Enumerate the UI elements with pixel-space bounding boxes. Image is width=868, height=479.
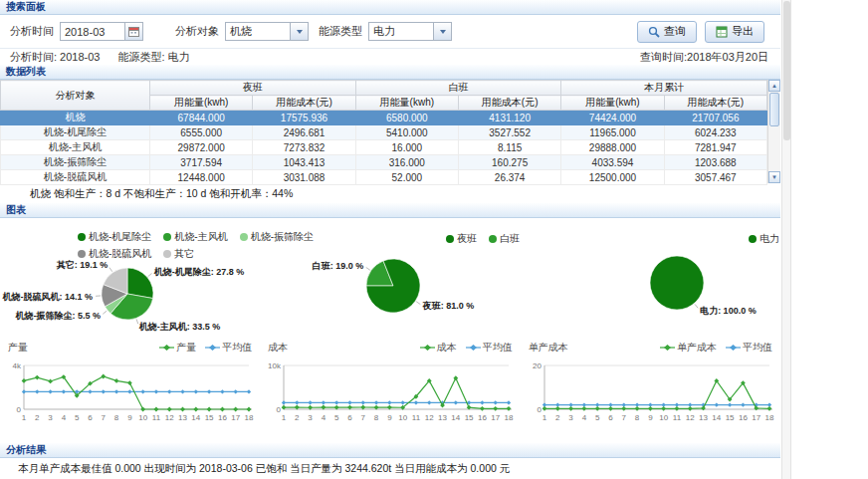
chart-text: 3 — [309, 413, 314, 422]
saturation-note: 机烧 饱和生产：8 d 不饱和生产：10 d 饱和开机率：44% — [0, 183, 780, 203]
export-button-label: 导出 — [732, 24, 754, 39]
series-marker — [494, 406, 499, 411]
average-marker — [374, 400, 378, 404]
chart-text: 15 — [465, 413, 474, 422]
combo-trigger[interactable] — [433, 23, 451, 40]
average-marker — [507, 400, 511, 404]
pie-chart-1: 机烧-机尾除尘: 27.8 %机烧-主风机: 33.5 %机烧-振筛除尘: 5.… — [0, 246, 261, 338]
cell-value: 17575.936 — [253, 111, 355, 125]
chart-text: 9 — [648, 413, 653, 422]
cell-value: 26.374 — [458, 170, 560, 185]
cell-object-name: 机烧-振筛除尘 — [1, 155, 150, 170]
legend-item[interactable]: 机烧-机尾除尘 — [78, 230, 151, 244]
combo-trigger[interactable] — [290, 23, 308, 40]
charts-panel-title: 图表 — [6, 204, 26, 215]
table-scrollbar-thumb[interactable] — [769, 93, 779, 126]
series-marker — [127, 380, 132, 385]
column-header-energy[interactable]: 用能量(kwh) — [561, 96, 664, 111]
toolbar-buttons: 查询 导出 — [637, 21, 770, 43]
chart-text: 3 — [568, 413, 573, 422]
column-header-object[interactable]: 分析对象 — [1, 81, 150, 111]
pie-chart-3: 电力: 100.0 % — [549, 246, 780, 338]
legend-marker-icon — [420, 344, 435, 352]
series-marker — [594, 406, 599, 411]
pie-slice-label: 夜班: 81.0 % — [422, 301, 475, 311]
chart-text: 7 — [621, 413, 626, 422]
label-leader-line — [148, 273, 152, 276]
query-button-label: 查询 — [664, 24, 686, 39]
query-button[interactable]: 查询 — [637, 21, 697, 43]
average-marker — [48, 389, 52, 393]
cell-value: 3057.467 — [664, 170, 766, 185]
average-marker — [322, 400, 326, 404]
series-marker — [233, 407, 238, 412]
line-chart-plot: 200123456789101112131415161718 — [525, 358, 779, 435]
column-header-cost[interactable]: 用能成本(元) — [458, 96, 560, 111]
legend-label: 平均值 — [483, 341, 513, 355]
pie-slice-label: 其它: 19.1 % — [56, 259, 108, 270]
legend-marker-icon — [466, 344, 481, 352]
legend-item[interactable]: 平均值 — [205, 341, 252, 355]
column-header-energy[interactable]: 用能量(kwh) — [150, 96, 253, 111]
average-marker — [728, 402, 732, 406]
legend-item[interactable]: 电力 — [749, 232, 779, 246]
legend-item[interactable]: 成本 — [420, 341, 457, 355]
column-header-cost[interactable]: 用能成本(元) — [664, 96, 766, 111]
series-marker — [207, 407, 212, 412]
series-marker — [167, 407, 172, 412]
scroll-up-icon[interactable]: ▲ — [768, 80, 780, 92]
page-scrollbar-thumb[interactable] — [783, 1, 790, 140]
chart-text: 20 — [533, 361, 542, 370]
legend-item[interactable]: 单产成本 — [660, 341, 717, 355]
legend-item[interactable]: 夜班 — [446, 232, 477, 246]
series-marker — [220, 407, 225, 412]
line-chart-title: 产量 — [8, 341, 28, 355]
chart-text: 15 — [725, 413, 734, 422]
cell-object-name: 机烧-主风机 — [1, 140, 150, 155]
legend-dot-icon — [749, 235, 757, 243]
table-scrollbar[interactable]: ▲ ▼ — [767, 80, 780, 183]
table-row[interactable]: 机烧-机尾除尘6555.0002496.6815410.0003527.5521… — [1, 125, 767, 140]
legend-item[interactable]: 机烧-振筛除尘 — [240, 230, 314, 244]
line-chart-plot: 10k0123456789101112131415161718 — [264, 358, 519, 435]
analysis-object-select[interactable]: 机烧 — [225, 22, 309, 41]
page-scrollbar[interactable] — [781, 0, 791, 479]
legend-item[interactable]: 机烧-主风机 — [163, 230, 227, 244]
analysis-time-field[interactable]: 2018-03 — [60, 22, 143, 41]
chart-text: 7 — [102, 413, 107, 422]
chart-text: 5 — [595, 413, 600, 422]
table-row[interactable]: 机烧-主风机29872.0007273.83216.0008.11529888.… — [1, 140, 767, 155]
column-header-energy[interactable]: 用能量(kwh) — [355, 96, 458, 111]
series-marker — [608, 406, 613, 411]
export-button[interactable]: 导出 — [705, 21, 764, 43]
date-picker-trigger[interactable] — [124, 23, 142, 40]
legend-item[interactable]: 产量 — [159, 341, 196, 355]
pie-charts-area: 机烧-机尾除尘机烧-主风机机烧-振筛除尘机烧-脱硫风机其它 夜班白班 电力 机烧… — [0, 218, 780, 338]
table-row[interactable]: 机烧-振筛除尘3717.5941043.413316.000160.275403… — [1, 155, 767, 170]
series-marker — [440, 403, 445, 408]
average-marker — [35, 389, 39, 393]
legend-item[interactable]: 平均值 — [726, 341, 772, 355]
scroll-down-icon[interactable]: ▼ — [768, 171, 780, 183]
legend-item[interactable]: 白班 — [489, 232, 520, 246]
legend-item[interactable]: 平均值 — [466, 341, 513, 355]
line-chart-cost: 成本 成本平均值 10k0123456789101112131415161718 — [260, 338, 520, 435]
cell-value: 7273.832 — [253, 140, 355, 155]
table-row[interactable]: 机烧67844.00017575.9366580.0004131.1207442… — [1, 111, 767, 125]
label-leader-line — [136, 319, 138, 324]
average-marker — [247, 389, 251, 393]
table-row[interactable]: 机烧-脱硫风机12448.0003031.08852.00026.3741250… — [1, 170, 767, 185]
series-marker — [542, 406, 546, 411]
line-chart-legend: 单产成本平均值 — [660, 341, 772, 355]
data-table-container: 分析对象 夜班 白班 本月累计 用能量(kwh) 用能成本(元) 用能量(kwh… — [0, 80, 780, 183]
average-marker — [414, 400, 418, 404]
cell-value: 6024.233 — [664, 125, 766, 140]
column-group-day-shift: 白班 — [355, 81, 561, 96]
series-marker — [154, 407, 159, 412]
chart-text: 12 — [165, 413, 174, 422]
label-leader-line — [109, 268, 112, 272]
chart-text: 6 — [88, 413, 93, 422]
column-header-cost[interactable]: 用能成本(元) — [253, 96, 355, 111]
chart-text: 13 — [699, 413, 708, 422]
energy-type-select[interactable]: 电力 — [368, 22, 452, 41]
